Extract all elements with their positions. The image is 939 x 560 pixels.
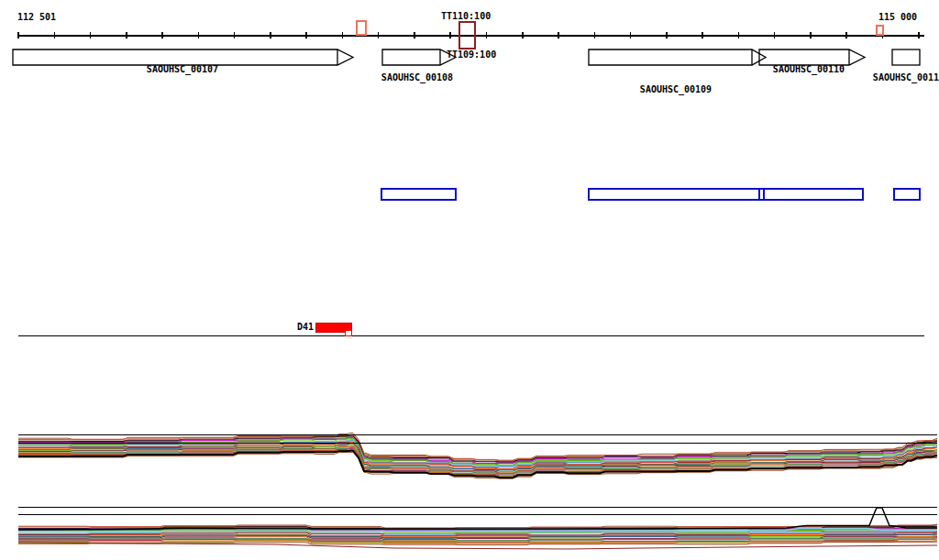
terminator-marker-box-1[interactable] [357, 21, 366, 35]
blue-feature-box-3[interactable] [894, 189, 920, 200]
coverage-plot-upper[interactable] [18, 433, 937, 478]
gene-arrow-saouhsc-00108[interactable] [382, 49, 456, 65]
marker-label-tt109: TT109:100 [447, 49, 496, 60]
coverage-plot-lower[interactable] [18, 508, 937, 550]
gene-label-saouhsc-00110: SAOUHSC_00110 [773, 64, 845, 74]
ruler-start-label: 112 501 [17, 12, 56, 22]
gene-arrow-saouhsc-00109[interactable] [589, 49, 766, 65]
genome-browser-window: 112 501 115 000 TT110:100 TT109:100 D41 … [0, 0, 939, 560]
gene-label-saouhsc-00108: SAOUHSC_00108 [381, 72, 453, 82]
ruler-end-label: 115 000 [878, 12, 917, 22]
ruler [18, 32, 924, 38]
gene-arrow-saouhsc-00107[interactable] [13, 49, 353, 65]
blue-feature-track [381, 189, 920, 200]
gene-arrow-saouhsc-00111[interactable] [892, 49, 920, 65]
gene-arrow-saouhsc-00110[interactable] [759, 49, 865, 65]
d41-feature-label: D41 [297, 322, 314, 332]
gene-label-saouhsc-00109: SAOUHSC_00109 [640, 84, 712, 94]
d41-open-square[interactable] [346, 331, 352, 336]
blue-feature-box-2[interactable] [589, 189, 863, 200]
gene-label-saouhsc-00111: SAOUHSC_00111 [873, 72, 939, 82]
gene-label-saouhsc-00107: SAOUHSC_00107 [147, 64, 218, 74]
browser-canvas [0, 0, 939, 560]
d41-track [18, 323, 924, 336]
marker-label-tt110: TT110:100 [441, 11, 491, 21]
blue-feature-box-1[interactable] [381, 189, 456, 200]
